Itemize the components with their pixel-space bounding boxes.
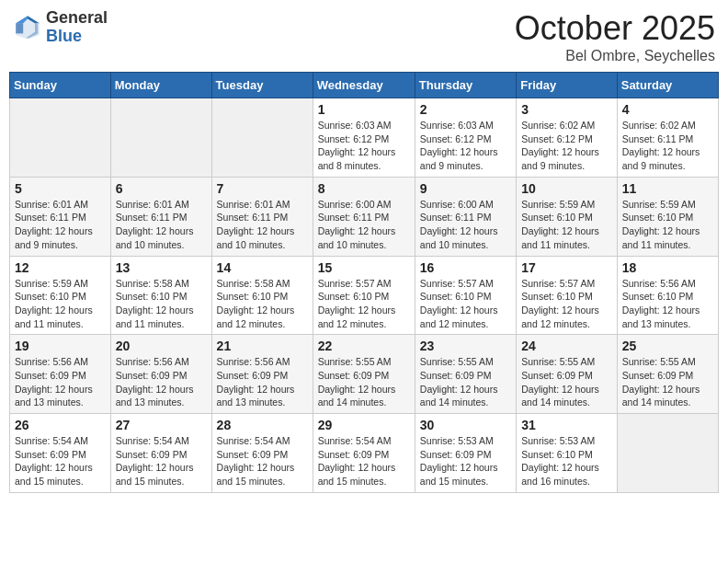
title-area: October 2025 Bel Ombre, Seychelles bbox=[515, 9, 715, 64]
weekday-header-saturday: Saturday bbox=[617, 73, 718, 98]
day-number: 7 bbox=[217, 181, 308, 196]
calendar-cell: 21Sunrise: 5:56 AM Sunset: 6:09 PM Dayli… bbox=[211, 335, 313, 414]
day-info: Sunrise: 5:56 AM Sunset: 6:09 PM Dayligh… bbox=[116, 355, 207, 409]
day-number: 12 bbox=[15, 260, 106, 275]
day-info: Sunrise: 6:00 AM Sunset: 6:11 PM Dayligh… bbox=[420, 198, 511, 252]
calendar-cell: 7Sunrise: 6:01 AM Sunset: 6:11 PM Daylig… bbox=[211, 177, 313, 256]
calendar-cell: 1Sunrise: 6:03 AM Sunset: 6:12 PM Daylig… bbox=[313, 98, 415, 178]
day-info: Sunrise: 5:56 AM Sunset: 6:09 PM Dayligh… bbox=[217, 355, 308, 409]
day-info: Sunrise: 5:56 AM Sunset: 6:09 PM Dayligh… bbox=[15, 355, 106, 409]
day-info: Sunrise: 5:55 AM Sunset: 6:09 PM Dayligh… bbox=[622, 355, 713, 409]
day-number: 23 bbox=[420, 339, 511, 353]
calendar-week-row: 19Sunrise: 5:56 AM Sunset: 6:09 PM Dayli… bbox=[10, 335, 719, 414]
day-info: Sunrise: 6:01 AM Sunset: 6:11 PM Dayligh… bbox=[15, 198, 106, 252]
calendar-cell: 8Sunrise: 6:00 AM Sunset: 6:11 PM Daylig… bbox=[313, 177, 415, 256]
calendar-cell bbox=[617, 414, 718, 493]
day-number: 6 bbox=[116, 181, 207, 196]
day-number: 18 bbox=[622, 260, 713, 275]
logo-text: General Blue bbox=[46, 9, 108, 46]
calendar-cell: 14Sunrise: 5:58 AM Sunset: 6:10 PM Dayli… bbox=[211, 256, 313, 335]
calendar-cell: 26Sunrise: 5:54 AM Sunset: 6:09 PM Dayli… bbox=[10, 414, 111, 493]
calendar-cell: 19Sunrise: 5:56 AM Sunset: 6:09 PM Dayli… bbox=[10, 335, 111, 414]
day-number: 15 bbox=[318, 260, 410, 275]
day-number: 30 bbox=[420, 418, 511, 432]
day-number: 25 bbox=[622, 339, 713, 353]
logo: General Blue bbox=[13, 9, 108, 46]
day-number: 5 bbox=[15, 181, 106, 196]
logo-icon bbox=[13, 13, 42, 42]
day-info: Sunrise: 6:03 AM Sunset: 6:12 PM Dayligh… bbox=[318, 119, 410, 173]
page-header: General Blue October 2025 Bel Ombre, Sey… bbox=[9, 9, 719, 64]
day-info: Sunrise: 5:53 AM Sunset: 6:10 PM Dayligh… bbox=[521, 434, 612, 488]
calendar-week-row: 12Sunrise: 5:59 AM Sunset: 6:10 PM Dayli… bbox=[10, 256, 719, 335]
day-number: 28 bbox=[217, 418, 308, 432]
day-info: Sunrise: 6:00 AM Sunset: 6:11 PM Dayligh… bbox=[318, 198, 410, 252]
calendar-cell: 31Sunrise: 5:53 AM Sunset: 6:10 PM Dayli… bbox=[517, 414, 618, 493]
calendar-cell: 4Sunrise: 6:02 AM Sunset: 6:11 PM Daylig… bbox=[617, 98, 718, 178]
day-number: 11 bbox=[622, 181, 713, 196]
day-number: 3 bbox=[521, 102, 612, 117]
day-number: 17 bbox=[521, 260, 612, 275]
weekday-header-friday: Friday bbox=[517, 73, 618, 98]
day-info: Sunrise: 5:58 AM Sunset: 6:10 PM Dayligh… bbox=[116, 277, 207, 331]
day-info: Sunrise: 5:57 AM Sunset: 6:10 PM Dayligh… bbox=[420, 277, 511, 331]
calendar-cell: 27Sunrise: 5:54 AM Sunset: 6:09 PM Dayli… bbox=[110, 414, 211, 493]
day-number: 8 bbox=[318, 181, 410, 196]
day-info: Sunrise: 5:59 AM Sunset: 6:10 PM Dayligh… bbox=[521, 198, 612, 252]
day-number: 9 bbox=[420, 181, 511, 196]
weekday-header-row: SundayMondayTuesdayWednesdayThursdayFrid… bbox=[10, 73, 719, 98]
calendar-cell: 6Sunrise: 6:01 AM Sunset: 6:11 PM Daylig… bbox=[110, 177, 211, 256]
calendar-cell: 28Sunrise: 5:54 AM Sunset: 6:09 PM Dayli… bbox=[211, 414, 313, 493]
day-number: 29 bbox=[318, 418, 410, 432]
day-info: Sunrise: 6:02 AM Sunset: 6:12 PM Dayligh… bbox=[521, 119, 612, 173]
calendar-cell: 5Sunrise: 6:01 AM Sunset: 6:11 PM Daylig… bbox=[10, 177, 111, 256]
day-number: 19 bbox=[15, 339, 106, 353]
month-title: October 2025 bbox=[515, 9, 715, 48]
day-info: Sunrise: 6:01 AM Sunset: 6:11 PM Dayligh… bbox=[217, 198, 308, 252]
calendar-cell bbox=[110, 98, 211, 178]
day-number: 26 bbox=[15, 418, 106, 432]
day-info: Sunrise: 5:55 AM Sunset: 6:09 PM Dayligh… bbox=[521, 355, 612, 409]
day-number: 10 bbox=[521, 181, 612, 196]
calendar-week-row: 5Sunrise: 6:01 AM Sunset: 6:11 PM Daylig… bbox=[10, 177, 719, 256]
day-info: Sunrise: 5:56 AM Sunset: 6:10 PM Dayligh… bbox=[622, 277, 713, 331]
weekday-header-monday: Monday bbox=[110, 73, 211, 98]
calendar-cell: 16Sunrise: 5:57 AM Sunset: 6:10 PM Dayli… bbox=[415, 256, 516, 335]
calendar-cell: 24Sunrise: 5:55 AM Sunset: 6:09 PM Dayli… bbox=[517, 335, 618, 414]
day-number: 1 bbox=[318, 102, 410, 117]
day-info: Sunrise: 6:01 AM Sunset: 6:11 PM Dayligh… bbox=[116, 198, 207, 252]
logo-blue-text: Blue bbox=[46, 28, 108, 46]
calendar-cell bbox=[211, 98, 313, 178]
day-info: Sunrise: 5:54 AM Sunset: 6:09 PM Dayligh… bbox=[15, 434, 106, 488]
calendar-cell bbox=[10, 98, 111, 178]
calendar-table: SundayMondayTuesdayWednesdayThursdayFrid… bbox=[9, 72, 719, 493]
calendar-cell: 22Sunrise: 5:55 AM Sunset: 6:09 PM Dayli… bbox=[313, 335, 415, 414]
calendar-cell: 11Sunrise: 5:59 AM Sunset: 6:10 PM Dayli… bbox=[617, 177, 718, 256]
day-number: 14 bbox=[217, 260, 308, 275]
day-number: 31 bbox=[521, 418, 612, 432]
day-number: 24 bbox=[521, 339, 612, 353]
weekday-header-wednesday: Wednesday bbox=[313, 73, 415, 98]
calendar-cell: 2Sunrise: 6:03 AM Sunset: 6:12 PM Daylig… bbox=[415, 98, 516, 178]
calendar-cell: 20Sunrise: 5:56 AM Sunset: 6:09 PM Dayli… bbox=[110, 335, 211, 414]
weekday-header-thursday: Thursday bbox=[415, 73, 516, 98]
day-info: Sunrise: 5:59 AM Sunset: 6:10 PM Dayligh… bbox=[15, 277, 106, 331]
calendar-week-row: 1Sunrise: 6:03 AM Sunset: 6:12 PM Daylig… bbox=[10, 98, 719, 178]
calendar-cell: 25Sunrise: 5:55 AM Sunset: 6:09 PM Dayli… bbox=[617, 335, 718, 414]
day-info: Sunrise: 5:55 AM Sunset: 6:09 PM Dayligh… bbox=[318, 355, 410, 409]
calendar-week-row: 26Sunrise: 5:54 AM Sunset: 6:09 PM Dayli… bbox=[10, 414, 719, 493]
logo-general-text: General bbox=[46, 9, 108, 28]
calendar-cell: 18Sunrise: 5:56 AM Sunset: 6:10 PM Dayli… bbox=[617, 256, 718, 335]
calendar-cell: 12Sunrise: 5:59 AM Sunset: 6:10 PM Dayli… bbox=[10, 256, 111, 335]
day-number: 20 bbox=[116, 339, 207, 353]
calendar-cell: 10Sunrise: 5:59 AM Sunset: 6:10 PM Dayli… bbox=[517, 177, 618, 256]
day-info: Sunrise: 5:54 AM Sunset: 6:09 PM Dayligh… bbox=[217, 434, 308, 488]
calendar-cell: 15Sunrise: 5:57 AM Sunset: 6:10 PM Dayli… bbox=[313, 256, 415, 335]
calendar-cell: 17Sunrise: 5:57 AM Sunset: 6:10 PM Dayli… bbox=[517, 256, 618, 335]
weekday-header-sunday: Sunday bbox=[10, 73, 111, 98]
day-info: Sunrise: 5:55 AM Sunset: 6:09 PM Dayligh… bbox=[420, 355, 511, 409]
calendar-cell: 9Sunrise: 6:00 AM Sunset: 6:11 PM Daylig… bbox=[415, 177, 516, 256]
day-info: Sunrise: 5:57 AM Sunset: 6:10 PM Dayligh… bbox=[521, 277, 612, 331]
weekday-header-tuesday: Tuesday bbox=[211, 73, 313, 98]
day-info: Sunrise: 5:54 AM Sunset: 6:09 PM Dayligh… bbox=[318, 434, 410, 488]
